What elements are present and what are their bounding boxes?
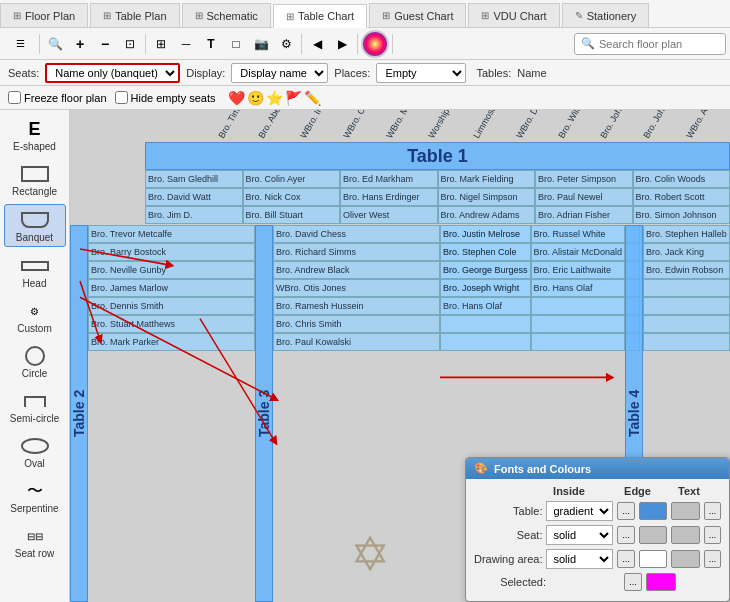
t3-s4[interactable]: WBro. Otis Jones	[273, 279, 440, 297]
tab-table-plan[interactable]: ⊞ Table Plan	[90, 3, 179, 27]
tab-table-chart[interactable]: ⊞ Table Chart	[273, 4, 367, 28]
fr2[interactable]: Bro. Alistair McDonald	[531, 243, 626, 261]
seat-t1r1c5[interactable]: Bro. Peter Simpson	[535, 170, 633, 188]
freeze-label[interactable]: Freeze floor plan	[8, 91, 107, 104]
places-select[interactable]: Empty	[376, 63, 466, 83]
t4-s4[interactable]	[643, 279, 730, 297]
table-edge-color[interactable]	[671, 502, 700, 520]
drawing-style-select[interactable]: solid	[546, 549, 613, 569]
fr1[interactable]: Bro. Russel White	[531, 225, 626, 243]
tab-schematic[interactable]: ⊞ Schematic	[182, 3, 271, 27]
t3-s3[interactable]: Bro. Andrew Black	[273, 261, 440, 279]
seat-t1r2c2[interactable]: Bro. Nick Cox	[243, 188, 341, 206]
seat-edge-dots[interactable]: ...	[704, 526, 721, 544]
seat-edge-color[interactable]	[671, 526, 700, 544]
pencil-icon[interactable]: ✏️	[304, 90, 321, 106]
seat-t1r3c6[interactable]: Bro. Simon Johnson	[633, 206, 731, 224]
sidebar-item-rectangle[interactable]: Rectangle	[4, 159, 66, 200]
seat-t1r3c4[interactable]: Bro. Andrew Adams	[438, 206, 536, 224]
arrow-right-button[interactable]: ▶	[330, 32, 354, 56]
fr5[interactable]	[531, 297, 626, 315]
sidebar-item-banquet[interactable]: Banquet	[4, 204, 66, 247]
sidebar-item-circle[interactable]: Circle	[4, 341, 66, 382]
hide-empty-checkbox[interactable]	[115, 91, 128, 104]
t3-s7[interactable]: Bro. Paul Kowalski	[273, 333, 440, 351]
seat-t1r1c1[interactable]: Bro. Sam Gledhill	[145, 170, 243, 188]
t2-s2[interactable]: Bro. Barry Bostock	[88, 243, 255, 261]
sidebar-item-serpentine[interactable]: 〜 Serpentine	[4, 476, 66, 517]
seat-t1r2c5[interactable]: Bro. Paul Newel	[535, 188, 633, 206]
heart-icon[interactable]: ❤️	[228, 90, 245, 106]
seats-select[interactable]: Name only (banquet)	[45, 63, 180, 83]
seat-t1r2c4[interactable]: Bro. Nigel Simpson	[438, 188, 536, 206]
hide-empty-label[interactable]: Hide empty seats	[115, 91, 216, 104]
seat-t1r2c6[interactable]: Bro. Robert Scott	[633, 188, 731, 206]
t4-s2[interactable]: Bro. Jack King	[643, 243, 730, 261]
seat-inside-color[interactable]	[639, 526, 668, 544]
rs3[interactable]: Bro. George Burgess	[440, 261, 531, 279]
display-select[interactable]: Display name	[231, 63, 328, 83]
sidebar-item-head[interactable]: Head	[4, 251, 66, 292]
t2-s7[interactable]: Bro. Mark Parker	[88, 333, 255, 351]
drawing-inside-dots[interactable]: ...	[617, 550, 634, 568]
settings-button[interactable]: ⚙	[274, 32, 298, 56]
sidebar-item-custom[interactable]: ⚙ Custom	[4, 296, 66, 337]
drawing-edge-color[interactable]	[671, 550, 700, 568]
photo-button[interactable]: 📷	[249, 32, 273, 56]
text-button[interactable]: T	[199, 32, 223, 56]
table-edge-dots[interactable]: ...	[704, 502, 721, 520]
zoom-fit-button[interactable]: ⊡	[118, 32, 142, 56]
sidebar-item-e-shaped[interactable]: Ε E-shaped	[4, 114, 66, 155]
seat-style-select[interactable]: solid	[546, 525, 613, 545]
selected-color[interactable]	[646, 573, 676, 591]
freeze-checkbox[interactable]	[8, 91, 21, 104]
fr4[interactable]: Bro. Hans Olaf	[531, 279, 626, 297]
table-inside-dots[interactable]: ...	[617, 502, 634, 520]
t4-s5[interactable]	[643, 297, 730, 315]
seat-t1r1c2[interactable]: Bro. Colin Ayer	[243, 170, 341, 188]
zoom-out-button[interactable]: −	[93, 32, 117, 56]
star-icon[interactable]: ⭐	[266, 90, 283, 106]
grid-button[interactable]: ⊞	[149, 32, 173, 56]
seat-t1r3c1[interactable]: Bro. Jim D.	[145, 206, 243, 224]
tab-stationery[interactable]: ✎ Stationery	[562, 3, 650, 27]
canvas-area[interactable]: Bro. Tim Bro. Abe WBro. Info. WBro. Ch. …	[70, 110, 730, 602]
line-button[interactable]: ─	[174, 32, 198, 56]
arrow-left-button[interactable]: ◀	[305, 32, 329, 56]
seat-inside-dots[interactable]: ...	[617, 526, 634, 544]
rs1[interactable]: Bro. Justin Melrose	[440, 225, 531, 243]
table3-label[interactable]: Table 3	[255, 225, 273, 602]
seat-t1r1c4[interactable]: Bro. Mark Fielding	[438, 170, 536, 188]
fr3[interactable]: Bro. Eric Laithwaite	[531, 261, 626, 279]
table1-label[interactable]: Table 1	[145, 142, 730, 170]
selected-dots[interactable]: ...	[624, 573, 642, 591]
table-style-select[interactable]: gradient	[546, 501, 613, 521]
zoom-in-plus-button[interactable]: +	[68, 32, 92, 56]
seat-t1r3c3[interactable]: Oliver West	[340, 206, 438, 224]
t4-s6[interactable]	[643, 315, 730, 333]
zoom-in-button[interactable]: 🔍	[43, 32, 67, 56]
sidebar-item-seat-row[interactable]: ⊟⊟ Seat row	[4, 521, 66, 562]
rs6[interactable]	[440, 315, 531, 333]
t3-s5[interactable]: Bro. Ramesh Hussein	[273, 297, 440, 315]
seat-t1r1c3[interactable]: Bro. Ed Markham	[340, 170, 438, 188]
seat-t1r2c3[interactable]: Bro. Hans Erdinger	[340, 188, 438, 206]
t4-s7[interactable]	[643, 333, 730, 351]
t2-s5[interactable]: Bro. Dennis Smith	[88, 297, 255, 315]
seat-t1r3c5[interactable]: Bro. Adrian Fisher	[535, 206, 633, 224]
smiley-icon[interactable]: 🙂	[247, 90, 264, 106]
tab-floor-plan[interactable]: ⊞ Floor Plan	[0, 3, 88, 27]
rs5[interactable]: Bro. Hans Olaf	[440, 297, 531, 315]
t2-s1[interactable]: Bro. Trevor Metcalfe	[88, 225, 255, 243]
seat-t1r3c2[interactable]: Bro. Bill Stuart	[243, 206, 341, 224]
t2-s6[interactable]: Bro. Stuart Matthews	[88, 315, 255, 333]
seat-t1r1c6[interactable]: Bro. Colin Woods	[633, 170, 731, 188]
color-button[interactable]	[361, 30, 389, 58]
t4-s3[interactable]: Bro. Edwin Robson	[643, 261, 730, 279]
table2-label[interactable]: Table 2	[70, 225, 88, 602]
drawing-edge-dots[interactable]: ...	[704, 550, 721, 568]
fr6[interactable]	[531, 315, 626, 333]
t3-s1[interactable]: Bro. David Chess	[273, 225, 440, 243]
search-input[interactable]	[599, 38, 719, 50]
drawing-inside-color[interactable]	[639, 550, 668, 568]
